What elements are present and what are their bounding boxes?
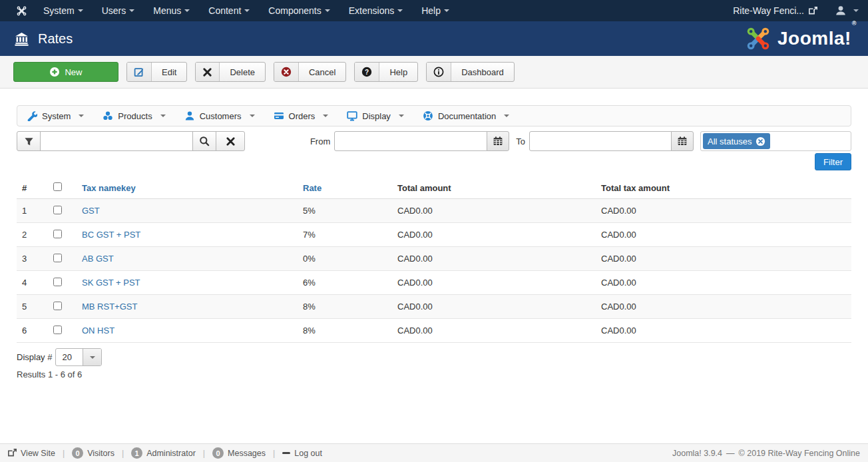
chevron-down-icon bbox=[79, 115, 84, 117]
menu-label: Content bbox=[208, 5, 241, 16]
select-row-checkbox[interactable] bbox=[53, 326, 62, 334]
chevron-down-icon bbox=[90, 356, 95, 359]
page-title: Rates bbox=[38, 31, 73, 47]
messages-status[interactable]: 0 Messages bbox=[212, 447, 266, 459]
menu-label: Users bbox=[102, 5, 126, 16]
select-all-checkbox[interactable] bbox=[53, 182, 62, 191]
menu-components[interactable]: Components bbox=[268, 5, 329, 16]
select-row-checkbox[interactable] bbox=[53, 278, 62, 286]
help-button[interactable]: ? Help bbox=[354, 62, 418, 82]
chevron-down-icon bbox=[853, 9, 859, 12]
chevron-down-icon bbox=[250, 115, 255, 117]
tax-name-link[interactable]: MB RST+GST bbox=[82, 302, 137, 312]
joomla-version: Joomla! 3.9.4 bbox=[672, 449, 722, 458]
table-row: 4 SK GST + PST 6% CAD0.00 CAD0.00 bbox=[17, 271, 851, 295]
menu-label: System bbox=[43, 5, 75, 16]
messages-label: Messages bbox=[228, 449, 266, 458]
user-menu[interactable] bbox=[835, 5, 859, 17]
component-menu-documentation[interactable]: Documentation bbox=[423, 111, 509, 121]
row-num: 4 bbox=[17, 271, 48, 295]
rate-value: 0% bbox=[298, 247, 392, 271]
table-row: 3 AB GST 0% CAD0.00 CAD0.00 bbox=[17, 247, 851, 271]
select-row-checkbox[interactable] bbox=[53, 254, 62, 262]
search-input[interactable] bbox=[40, 131, 193, 151]
menu-menus[interactable]: Menus bbox=[153, 5, 190, 16]
menu-help[interactable]: Help bbox=[421, 5, 449, 16]
joomla-logo: Joomla!® bbox=[745, 25, 856, 52]
menu-label: Components bbox=[268, 5, 321, 16]
search-group bbox=[17, 131, 245, 151]
menu-label: Extensions bbox=[349, 5, 394, 16]
visitors-status[interactable]: 0 Visitors bbox=[72, 447, 114, 459]
select-row-checkbox[interactable] bbox=[53, 230, 62, 238]
filter-button[interactable]: Filter bbox=[815, 153, 851, 170]
filter-funnel-button[interactable] bbox=[17, 131, 41, 151]
status-chip: All statuses bbox=[703, 133, 770, 149]
from-date-group bbox=[334, 131, 509, 151]
row-num: 3 bbox=[17, 247, 48, 271]
preview-site-link[interactable]: Rite-Way Fenci... bbox=[733, 5, 817, 16]
administrator-status[interactable]: 1 Administrator bbox=[131, 447, 196, 459]
component-menu-bar: System Products Customers Orders bbox=[17, 105, 851, 126]
edit-button[interactable]: Edit bbox=[126, 62, 187, 82]
menu-extensions[interactable]: Extensions bbox=[349, 5, 403, 16]
select-row-checkbox[interactable] bbox=[53, 302, 62, 310]
view-site-link[interactable]: View Site bbox=[8, 449, 55, 458]
cancel-button-label: Cancel bbox=[299, 63, 345, 81]
from-calendar-button[interactable] bbox=[487, 131, 509, 151]
select-caret-box bbox=[83, 349, 101, 365]
page-title-group: Rates bbox=[15, 31, 73, 47]
table-row: 2 BC GST + PST 7% CAD0.00 CAD0.00 bbox=[17, 223, 851, 247]
divider: | bbox=[63, 449, 65, 458]
administrator-badge: 1 bbox=[131, 447, 142, 459]
monitor-icon bbox=[347, 111, 357, 121]
row-num: 5 bbox=[17, 295, 48, 319]
status-bar: View Site | 0 Visitors | 1 Administrator… bbox=[0, 443, 868, 462]
chevron-down-icon bbox=[160, 115, 166, 117]
component-menu-orders[interactable]: Orders bbox=[274, 111, 329, 121]
new-button-label: New bbox=[65, 67, 82, 77]
dashboard-button[interactable]: Dashboard bbox=[426, 62, 515, 82]
tax-name-link[interactable]: GST bbox=[82, 206, 100, 216]
menu-label: Menus bbox=[153, 5, 181, 16]
cancel-button[interactable]: Cancel bbox=[274, 62, 346, 82]
chevron-down-icon bbox=[504, 115, 509, 117]
to-date-input[interactable] bbox=[529, 131, 672, 151]
search-button[interactable] bbox=[192, 131, 216, 151]
visitors-badge: 0 bbox=[72, 447, 83, 459]
tax-name-link[interactable]: ON HST bbox=[82, 326, 114, 336]
logout-icon bbox=[282, 452, 290, 454]
component-menu-label: Orders bbox=[289, 111, 316, 121]
tax-name-link[interactable]: AB GST bbox=[82, 254, 114, 264]
logout-link[interactable]: Log out bbox=[282, 449, 322, 458]
copyright: © 2019 Rite-Way Fencing Online bbox=[739, 449, 860, 458]
status-multiselect[interactable]: All statuses bbox=[700, 131, 851, 151]
page-header: Rates Joomla!® bbox=[0, 21, 868, 56]
results-counter: Results 1 - 6 of 6 bbox=[17, 369, 851, 379]
external-link-icon bbox=[809, 7, 817, 15]
chevron-down-icon bbox=[397, 9, 403, 12]
messages-badge: 0 bbox=[212, 447, 224, 459]
calendar-icon bbox=[677, 136, 688, 146]
credit-card-icon bbox=[274, 111, 284, 121]
component-menu-system[interactable]: System bbox=[27, 111, 84, 121]
rate-value: 7% bbox=[298, 223, 392, 247]
menu-system[interactable]: System bbox=[43, 5, 83, 16]
from-date-input[interactable] bbox=[334, 131, 487, 151]
component-menu-customers[interactable]: Customers bbox=[184, 111, 255, 121]
col-num: # bbox=[17, 177, 48, 199]
component-menu-products[interactable]: Products bbox=[103, 111, 165, 121]
menu-users[interactable]: Users bbox=[102, 5, 135, 16]
tax-name-link[interactable]: SK GST + PST bbox=[82, 278, 140, 288]
component-menu-display[interactable]: Display bbox=[347, 111, 404, 121]
to-calendar-button[interactable] bbox=[671, 131, 694, 151]
dashboard-button-label: Dashboard bbox=[451, 63, 514, 81]
clear-search-button[interactable] bbox=[216, 131, 245, 151]
tax-name-link[interactable]: BC GST + PST bbox=[82, 230, 140, 240]
menu-content[interactable]: Content bbox=[208, 5, 250, 16]
delete-button[interactable]: Delete bbox=[195, 62, 266, 82]
select-row-checkbox[interactable] bbox=[53, 206, 62, 214]
remove-chip-icon[interactable] bbox=[756, 136, 765, 146]
display-count-select[interactable]: 20 bbox=[55, 348, 102, 366]
new-button[interactable]: New bbox=[13, 62, 118, 82]
